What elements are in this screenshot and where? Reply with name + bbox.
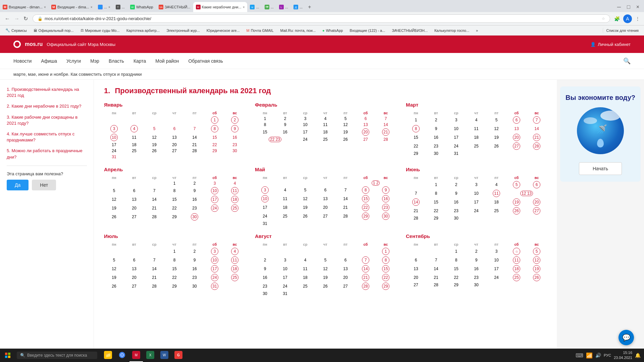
yes-button[interactable]: Да: [7, 180, 29, 190]
search-icon[interactable]: 🔍: [623, 57, 631, 65]
nav-mer[interactable]: Мэр: [90, 54, 99, 68]
user-link[interactable]: 👤 Личный кабинет: [590, 42, 631, 47]
close-button[interactable]: ×: [634, 3, 641, 11]
tab-gmail2[interactable]: М Входящие - dima... ×: [49, 2, 95, 12]
taskbar-chrome[interactable]: [115, 349, 129, 362]
reload-button[interactable]: ↻: [21, 14, 30, 23]
tab-mos-active[interactable]: М Какие нерабочие дни... ×: [193, 2, 248, 12]
bookmark-arbitr[interactable]: Картотека арбитр...: [124, 28, 162, 33]
lock-icon: 🔒: [38, 16, 43, 21]
nav-uslugi[interactable]: Услуги: [66, 54, 81, 68]
start-button-taskbar[interactable]: [0, 349, 15, 362]
tab-misc6[interactable]: 🗺 ...: [262, 2, 276, 12]
back-button[interactable]: ←: [3, 14, 12, 23]
day-cell: 10: [211, 256, 218, 264]
day-cell: 25: [231, 204, 238, 212]
sidebar-item-1[interactable]: 1. Производственный календарь на 2021 го…: [7, 86, 87, 99]
logo-icon: [13, 41, 21, 48]
sidebar-num-3: 3.: [7, 115, 11, 120]
bookmark-portal[interactable]: 🏛 Официальный пор...: [31, 28, 76, 33]
day-group-cell: 22 23: [269, 137, 281, 142]
day-cell: 29: [382, 283, 389, 290]
notification-icon[interactable]: 🔔: [635, 353, 641, 358]
article-header: марте, мае, июне и ноябре. Как совместит…: [0, 69, 644, 80]
sidebar-item-5[interactable]: 5. Можно ли работать в праздничные дни?: [7, 148, 87, 160]
bookmark-whatsapp[interactable]: ● WhatsApp: [320, 28, 345, 33]
bookmark-label2: Официальный пор...: [39, 28, 74, 33]
user-link-text: Личный кабинет: [598, 42, 631, 47]
sidebar-item-2[interactable]: 2. Какие дни нерабочие в 2021 году?: [7, 103, 87, 109]
day-cell: 12: [533, 256, 540, 264]
menu-button[interactable]: ⋮: [634, 15, 641, 23]
tab-misc5[interactable]: iz ...: [247, 2, 262, 12]
tab-misc1[interactable]: 🌐 ... ×: [95, 2, 113, 12]
bookmark-mailru[interactable]: Mail.Ru: почта, пои...: [278, 28, 319, 33]
start-button[interactable]: Начать: [579, 162, 622, 175]
chat-bubble-button[interactable]: 💬: [619, 330, 634, 345]
no-button[interactable]: Нет: [32, 180, 56, 190]
logo-icon-inner: [15, 42, 19, 47]
bookmark-icon2: 🏛: [34, 28, 37, 33]
bookmark-services[interactable]: 🔧 Сервисы: [3, 27, 30, 33]
tab-favicon3: 🌐: [98, 5, 103, 9]
sidebar-link-1[interactable]: 1. Производственный календарь на 2021 го…: [7, 87, 79, 98]
month-name-mar: Март: [406, 102, 547, 108]
bookmark-zachestny[interactable]: ЗАЧЕСТНЫЙБИЗН...: [389, 28, 430, 33]
day-cell: 4: [231, 248, 238, 255]
bookmark-inbox[interactable]: Входящие (122) - а...: [347, 28, 388, 33]
nav-karta[interactable]: Карта: [133, 54, 146, 68]
forward-button[interactable]: →: [12, 14, 21, 23]
bookmark-gmail[interactable]: М Почта GMAIL: [244, 28, 276, 33]
bookmark-courts[interactable]: ⚖ Мировые суды Мо...: [78, 27, 122, 33]
cal-table-jan: пнвтсрчтптсбвс 1 2 3 4 5 6 7 8: [104, 110, 245, 160]
day-cell: 15: [362, 195, 369, 202]
sidebar-item-3[interactable]: 3. Какие рабочие дни сокращены в 2021 го…: [7, 114, 87, 126]
logo-text: mos.ru: [25, 41, 43, 47]
bookmark-reading-list[interactable]: Список для чтения: [603, 28, 641, 33]
bookmark-label7: Почта GMAIL: [251, 28, 274, 33]
sidebar-item-4[interactable]: 4. Как лучше совместить отпуск с праздни…: [7, 131, 87, 143]
tab-misc3[interactable]: W WhatsApp: [127, 2, 156, 12]
day-cell: 11: [231, 187, 238, 194]
taskbar-excel[interactable]: X: [144, 349, 157, 362]
new-tab-button[interactable]: +: [305, 4, 314, 10]
address-bar[interactable]: 🔒 mos.ru/otvet-rabota/kakie-dni-v-2021-g…: [33, 14, 610, 23]
month-name-jan: Январь: [104, 102, 245, 108]
bookmarks-bar: 🔧 Сервисы 🏛 Официальный пор... ⚖ Мировые…: [0, 25, 644, 36]
nav-feedback[interactable]: Обратная связь: [189, 54, 223, 68]
taskbar-system-icons[interactable]: ⌨: [576, 352, 583, 359]
taskbar-red-app[interactable]: G: [172, 349, 185, 362]
tab-misc7[interactable]: L ...: [276, 2, 291, 12]
sidebar-link-3[interactable]: 3. Какие рабочие дни сокращены в 2021 го…: [7, 115, 77, 126]
bookmark-legal[interactable]: Юридическое аге...: [204, 28, 243, 33]
day-cell: 24: [211, 204, 218, 212]
taskbar-active-app[interactable]: М: [129, 349, 143, 362]
day-cell: 25: [231, 274, 238, 281]
sidebar-link-4[interactable]: 4. Как лучше совместить отпуск с праздни…: [7, 131, 74, 142]
taskbar-search[interactable]: 🔍 Введите здесь текст для поиска: [17, 352, 97, 359]
bookmark-journal[interactable]: Электронный жур...: [164, 28, 203, 33]
tab-misc2[interactable]: Т ...: [113, 2, 127, 12]
bookmark-more[interactable]: »: [473, 28, 481, 33]
tab-misc4[interactable]: ЗА ЗАЧЕСТНЫЙ...: [156, 2, 193, 12]
navigation-bar: ← → ↻ 🔒 mos.ru/otvet-rabota/kakie-dni-v-…: [0, 12, 644, 25]
nav-vlast[interactable]: Власть: [109, 54, 124, 68]
star-icon[interactable]: ☆: [602, 16, 605, 21]
tab-misc8[interactable]: Д ...: [291, 2, 305, 12]
minimize-button[interactable]: ─: [615, 3, 623, 11]
day-cell: 9: [382, 186, 389, 194]
sidebar-link-2[interactable]: 2. Какие дни нерабочие в 2021 году?: [7, 104, 82, 109]
maximize-button[interactable]: □: [625, 3, 632, 11]
taskbar-word[interactable]: W: [158, 349, 171, 362]
page-content: mos.ru Официальный сайт Мэра Москвы 👤 Ли…: [0, 36, 644, 349]
extensions-button[interactable]: 🧩: [613, 15, 621, 23]
profile-button[interactable]: A: [623, 14, 632, 23]
tab-gmail[interactable]: М Входящие - diman... ×: [0, 2, 49, 12]
nav-afisha[interactable]: Афиша: [41, 54, 57, 68]
nav-news[interactable]: Новости: [13, 54, 32, 68]
nav-moy-rayon[interactable]: Мой район: [155, 54, 179, 68]
bookmark-calc[interactable]: Калькулятор госпо...: [432, 28, 472, 33]
sidebar-link-5[interactable]: 5. Можно ли работать в праздничные дни?: [7, 148, 83, 159]
day-cell: 10: [261, 195, 269, 202]
taskbar-file-explorer[interactable]: 📁: [101, 349, 115, 362]
